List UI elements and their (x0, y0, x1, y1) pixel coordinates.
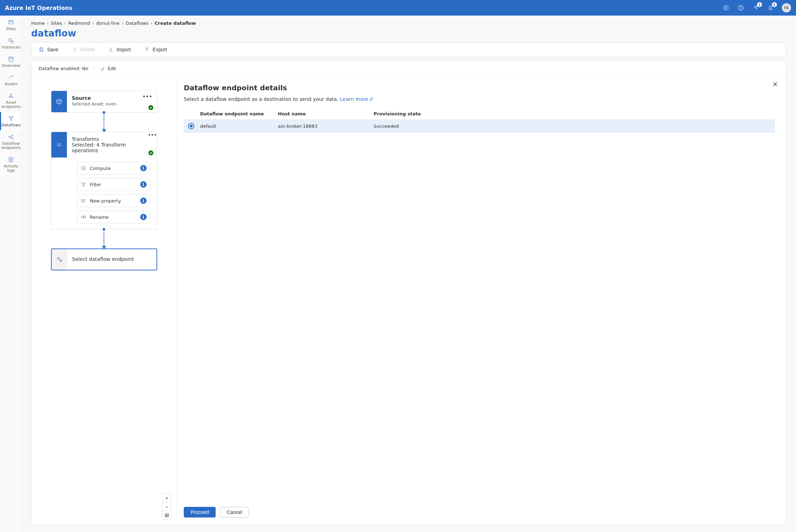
overview-icon (7, 55, 15, 63)
nav-activity-logs[interactable]: Activity logs (0, 153, 21, 176)
list-icon (81, 198, 86, 204)
svg-rect-3 (9, 39, 12, 41)
op-compute[interactable]: Compute 1 (77, 162, 150, 175)
check-icon (148, 150, 153, 155)
badge-2: 1 (772, 2, 777, 7)
svg-point-19 (81, 202, 82, 202)
op-filter[interactable]: Filter 1 (77, 178, 150, 191)
feedback-icon[interactable]: 1 (752, 4, 759, 11)
svg-point-25 (166, 515, 167, 516)
dataflows-icon (7, 115, 15, 122)
details-title: Dataflow endpoint details (184, 84, 775, 92)
table-row[interactable]: default aio-broker:18883 Succeeded (184, 119, 775, 133)
cell-host: aio-broker:18883 (278, 124, 374, 129)
nav-asset-endpoints[interactable]: Asset endpoints (0, 89, 21, 112)
close-button[interactable] (772, 81, 778, 88)
trash-icon (72, 47, 78, 52)
svg-point-17 (81, 199, 82, 200)
svg-point-1 (740, 9, 741, 9)
select-endpoint-node[interactable]: Select dataflow endpoint (51, 248, 157, 270)
transforms-icon (51, 132, 67, 158)
crumb-home[interactable]: Home (31, 21, 45, 26)
nav-sites[interactable]: Sites (0, 16, 21, 34)
workspace: Dataflow enabled: No Edit Source S (31, 61, 786, 525)
export-button[interactable]: Export (142, 45, 169, 54)
crumb-donutline[interactable]: donut-line (96, 21, 120, 26)
transforms-sub: Selected: 4 Transform operations (72, 142, 143, 153)
toolbar: Save Delete Import Export (31, 42, 786, 57)
op-new-property[interactable]: New property 1 (77, 194, 150, 207)
activity-logs-icon (7, 156, 15, 164)
details-panel: Dataflow endpoint details Select a dataf… (177, 76, 786, 525)
main: Home› Sites› Redmond› donut-line› Datafl… (21, 16, 796, 532)
zoom-controls: + − (162, 493, 171, 520)
col-host-name: Host name (278, 111, 374, 116)
connector-2 (103, 229, 104, 248)
export-icon (144, 47, 150, 52)
table-header: Dataflow endpoint name Host name Provisi… (184, 108, 775, 119)
status-bar: Dataflow enabled: No Edit (32, 61, 786, 76)
avatar[interactable]: PA (782, 3, 791, 12)
crumb-dataflows[interactable]: Dataflows (126, 21, 149, 26)
endpoint-table: Dataflow endpoint name Host name Provisi… (184, 108, 775, 133)
import-button[interactable]: Import (106, 45, 133, 54)
close-icon (772, 81, 778, 87)
check-icon (148, 105, 153, 110)
crumb-sites[interactable]: Sites (51, 21, 62, 26)
op-rename[interactable]: Rename 1 (77, 211, 150, 223)
transform-ops: Compute 1 Filter 1 New property (51, 158, 157, 229)
svg-point-14 (12, 138, 13, 139)
col-endpoint-name: Dataflow endpoint name (200, 111, 278, 116)
svg-point-6 (10, 94, 12, 96)
save-button[interactable]: Save (36, 45, 61, 54)
filter-icon (81, 182, 86, 187)
svg-point-22 (57, 257, 59, 259)
canvas: Source Selected Asset: oven ••• (32, 76, 177, 525)
nav-dataflows[interactable]: Dataflows (0, 112, 21, 130)
zoom-fit-button[interactable] (163, 511, 171, 519)
edit-button[interactable]: Edit (101, 66, 115, 71)
transforms-title: Transforms (72, 136, 143, 142)
nav-instances[interactable]: Instances (0, 34, 21, 52)
svg-rect-5 (9, 57, 13, 61)
source-more-icon[interactable]: ••• (143, 94, 153, 99)
badge-1: 1 (757, 2, 762, 7)
cell-name: default (200, 124, 278, 129)
zoom-out-button[interactable]: − (163, 502, 171, 511)
svg-point-12 (9, 137, 10, 138)
nav-assets[interactable]: Assets (0, 71, 21, 89)
proceed-button[interactable]: Proceed (184, 507, 216, 517)
crumb-current: Create dataflow (154, 21, 196, 26)
dataflow-endpoints-icon (7, 133, 15, 141)
help-icon[interactable] (737, 4, 744, 11)
source-node[interactable]: Source Selected Asset: oven ••• (51, 91, 157, 113)
compute-icon (81, 165, 86, 171)
endpoint-icon (52, 249, 67, 270)
connector-1 (103, 113, 104, 132)
app-title: Azure IoT Operations (5, 5, 72, 11)
svg-point-13 (12, 135, 13, 136)
radio-selected[interactable] (188, 123, 194, 129)
sidebar: Sites Instances Overview Assets Asset en… (0, 16, 21, 532)
transforms-node[interactable]: Transforms Selected: 4 Transform operati… (51, 132, 157, 229)
zoom-in-button[interactable]: + (163, 494, 171, 502)
learn-more-link[interactable]: Learn more (340, 96, 373, 102)
rename-icon (81, 214, 86, 220)
crumb-redmond[interactable]: Redmond (68, 21, 90, 26)
save-icon (39, 47, 44, 52)
sites-icon (7, 18, 15, 26)
svg-rect-20 (81, 216, 83, 218)
cancel-button[interactable]: Cancel (220, 507, 249, 517)
top-header: Azure IoT Operations 1 1 PA (0, 0, 796, 16)
import-icon (108, 47, 114, 52)
instances-icon (7, 37, 15, 45)
details-description: Select a dataflow endpoint as a destinat… (184, 96, 775, 102)
gear-icon[interactable] (722, 4, 729, 11)
header-actions: 1 1 PA (722, 3, 791, 12)
svg-point-10 (12, 116, 13, 118)
enabled-status: Dataflow enabled: No (39, 66, 94, 71)
nav-dataflow-endpoints[interactable]: Dataflow endpoints (0, 130, 21, 153)
nav-overview[interactable]: Overview (0, 52, 21, 71)
bell-icon[interactable]: 1 (767, 4, 774, 11)
assets-icon (7, 74, 15, 81)
